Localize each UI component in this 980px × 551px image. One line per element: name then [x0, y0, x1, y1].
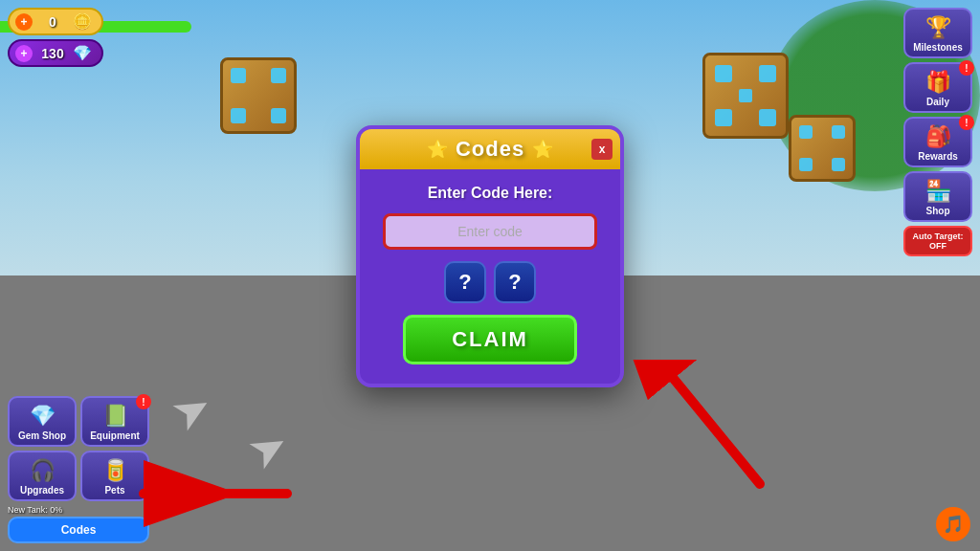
enter-code-label: Enter Code Here:	[428, 185, 553, 202]
right-sidebar: 🏆 Milestones ! 🎁 Daily ! 🎒 Rewards 🏪 Sho…	[903, 8, 972, 256]
modal-body: Enter Code Here: ? ? CLAIM	[360, 169, 620, 364]
pets-icon: 🥫	[102, 458, 128, 483]
code-input[interactable]	[383, 213, 597, 250]
equipment-badge: !	[136, 394, 151, 409]
coins-bar: + 0 🪙	[8, 8, 103, 35]
codes-modal: ⭐ Codes ⭐ x Enter Code Here: ? ? CLAIM	[356, 125, 624, 387]
daily-label: Daily	[926, 97, 949, 107]
mystery-buttons: ? ?	[444, 261, 536, 303]
gem-shop-icon: 💎	[30, 404, 56, 429]
upgrades-icon: 🎧	[30, 458, 56, 483]
shop-button[interactable]: 🏪 Shop	[903, 171, 972, 222]
upgrades-label: Upgrades	[20, 485, 64, 496]
rewards-button[interactable]: ! 🎒 Rewards	[903, 117, 972, 167]
left-hud: + 0 🪙 + 130 💎	[8, 8, 103, 67]
gems-value: 130	[36, 46, 69, 61]
coin-icon: 🪙	[73, 12, 92, 31]
coins-value: 0	[36, 14, 69, 30]
music-icon: 🎵	[943, 514, 964, 535]
gems-bar: + 130 💎	[8, 39, 103, 67]
pets-label: Pets	[104, 485, 124, 496]
crate-1	[220, 57, 297, 134]
equipment-label: Equipment	[90, 430, 140, 441]
equipment-icon: 📗	[102, 404, 128, 429]
daily-badge: !	[959, 60, 974, 76]
shop-icon: 🏪	[925, 179, 951, 204]
crate-2	[702, 53, 789, 139]
bottom-left-menu: 💎 Gem Shop ! 📗 Equipment 🎧 Upgrades 🥫 Pe…	[8, 396, 149, 543]
star-left-icon: ⭐	[427, 139, 448, 160]
gem-shop-label: Gem Shop	[18, 430, 66, 441]
daily-button[interactable]: ! 🎁 Daily	[903, 62, 972, 113]
equipment-button[interactable]: ! 📗 Equipment	[80, 396, 149, 447]
milestones-button[interactable]: 🏆 Milestones	[903, 8, 972, 58]
pets-button[interactable]: 🥫 Pets	[80, 451, 149, 501]
crate-3	[789, 115, 856, 182]
music-button[interactable]: 🎵	[936, 507, 970, 541]
milestones-label: Milestones	[913, 42, 963, 53]
daily-icon: 🎁	[925, 70, 951, 95]
claim-button[interactable]: CLAIM	[403, 315, 577, 364]
button-grid: 💎 Gem Shop ! 📗 Equipment 🎧 Upgrades 🥫 Pe…	[8, 396, 149, 501]
modal-title: Codes	[456, 137, 524, 162]
modal-header: ⭐ Codes ⭐ x	[360, 129, 620, 169]
milestones-icon: 🏆	[925, 15, 951, 40]
star-right-icon: ⭐	[532, 139, 553, 160]
new-tank-label: New Tank: 0%	[8, 505, 149, 515]
add-coins-button[interactable]: +	[15, 13, 33, 31]
upgrades-button[interactable]: 🎧 Upgrades	[8, 451, 77, 501]
modal-close-button[interactable]: x	[591, 139, 612, 160]
shop-label: Shop	[926, 206, 950, 216]
auto-target-button[interactable]: Auto Target: OFF	[903, 226, 972, 256]
rewards-label: Rewards	[918, 151, 958, 162]
gem-icon: 💎	[73, 44, 92, 62]
mystery-btn-1[interactable]: ?	[444, 261, 486, 303]
rewards-icon: 🎒	[925, 124, 951, 149]
rewards-badge: !	[959, 115, 974, 130]
mystery-btn-2[interactable]: ?	[494, 261, 536, 303]
codes-button[interactable]: Codes	[8, 517, 149, 543]
gem-shop-button[interactable]: 💎 Gem Shop	[8, 396, 77, 447]
add-gems-button[interactable]: +	[15, 45, 33, 62]
